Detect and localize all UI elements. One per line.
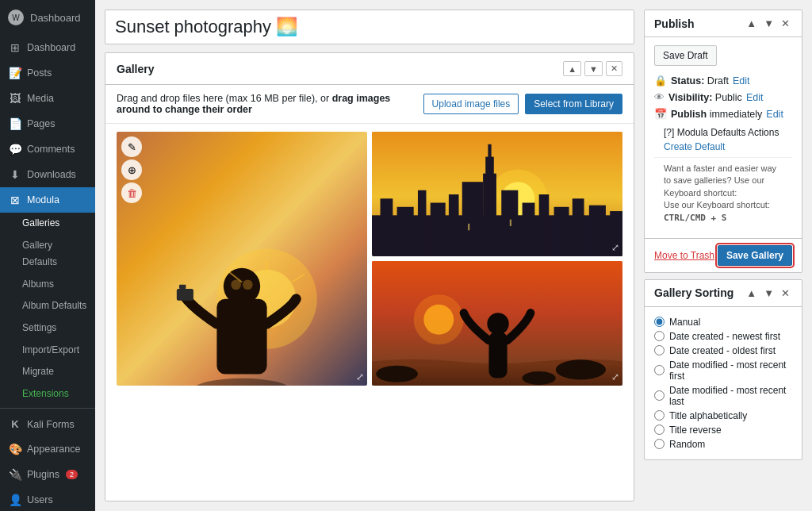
sorting-radio-manual[interactable] <box>654 317 665 327</box>
dashboard-icon: ⊞ <box>8 41 22 54</box>
sidebar-sub-extensions[interactable]: Extensions <box>0 383 95 405</box>
sorting-option-title-reverse: Title reverse <box>654 423 792 437</box>
save-draft-button[interactable]: Save Draft <box>654 45 717 66</box>
sorting-label-title-alpha[interactable]: Title alphabetically <box>669 410 747 421</box>
move-to-trash-button[interactable]: Move to Trash <box>654 250 714 261</box>
publish-panel-footer: Move to Trash Save Gallery <box>645 238 802 272</box>
sorting-label-random[interactable]: Random <box>669 439 705 450</box>
svg-rect-22 <box>483 174 496 256</box>
publish-panel-close-button[interactable]: ✕ <box>779 17 792 30</box>
create-default-link[interactable]: Create Default <box>664 141 783 152</box>
svg-rect-17 <box>397 207 414 256</box>
sidebar-item-comments[interactable]: 💬 Comments <box>0 136 95 162</box>
svg-rect-24 <box>488 144 491 161</box>
gallery-grid: ✎ ⊕ 🗑 ⤢ <box>105 124 634 394</box>
publish-panel-header: Publish ▲ ▼ ✕ <box>645 10 802 37</box>
gallery-title: Gallery <box>117 63 154 75</box>
sorting-label-modified-oldest[interactable]: Date modified - most recent last <box>669 385 792 407</box>
publish-time-edit-link[interactable]: Edit <box>766 109 783 120</box>
sorting-radio-date-oldest[interactable] <box>654 345 665 355</box>
sidebar-item-dashboard[interactable]: ⊞ Dashboard <box>0 35 95 60</box>
sidebar-item-pages[interactable]: 📄 Pages <box>0 111 95 136</box>
page-title-input[interactable] <box>115 17 624 37</box>
sorting-label-title-reverse[interactable]: Title reverse <box>669 425 722 436</box>
sidebar-item-downloads[interactable]: ⬇ Downloads <box>0 162 95 187</box>
publish-panel-up-button[interactable]: ▲ <box>744 17 759 30</box>
sorting-radio-title-alpha[interactable] <box>654 410 665 421</box>
svg-point-2 <box>192 378 292 386</box>
sorting-label-date-oldest[interactable]: Date created - oldest first <box>669 345 776 356</box>
sorting-radio-date-newest[interactable] <box>654 331 665 341</box>
status-edit-link[interactable]: Edit <box>733 75 750 86</box>
sidebar-item-posts[interactable]: 📝 Posts <box>0 60 95 86</box>
sidebar-item-label: Plugins <box>27 469 59 480</box>
svg-line-9 <box>229 272 242 282</box>
select-from-library-button[interactable]: Select from Library <box>525 94 622 114</box>
sidebar-item-media[interactable]: 🖼 Media <box>0 86 95 111</box>
sorting-option-date-oldest: Date created - oldest first <box>654 344 792 358</box>
sorting-panel-close-button[interactable]: ✕ <box>779 286 792 300</box>
sorting-panel-down-button[interactable]: ▼ <box>761 286 776 300</box>
sidebar-sub-migrate[interactable]: Migrate <box>0 361 95 383</box>
sidebar-item-label: Users <box>27 494 53 505</box>
sorting-panel-up-button[interactable]: ▲ <box>744 286 759 300</box>
gallery-close-button[interactable]: ✕ <box>606 61 622 76</box>
sorting-radio-modified-newest[interactable] <box>654 365 665 375</box>
save-gallery-button[interactable]: Save Gallery <box>718 245 792 266</box>
sidebar-sub-gallery-defaults[interactable]: Gallery Defaults <box>0 235 95 274</box>
status-icon: 🔒 <box>654 75 667 86</box>
gallery-item-2[interactable]: ⤢ <box>372 132 622 256</box>
modula-defaults-label: [?] Modula Defaults Actions <box>664 127 779 138</box>
gallery-collapse-up-button[interactable]: ▲ <box>563 61 581 76</box>
visibility-edit-link[interactable]: Edit <box>746 92 764 103</box>
sorting-option-random: Random <box>654 437 792 451</box>
sidebar-item-label: Pages <box>27 118 55 129</box>
sidebar-sub-album-defaults[interactable]: Album Defaults <box>0 295 95 317</box>
gallery-box: Gallery ▲ ▼ ✕ Drag and drop files here (… <box>105 52 634 501</box>
sidebar-item-appearance[interactable]: 🎨 Appearance <box>0 436 95 462</box>
sorting-label-modified-newest[interactable]: Date modified - most recent first <box>669 359 792 382</box>
gallery-item-1[interactable]: ✎ ⊕ 🗑 ⤢ <box>117 132 367 386</box>
gallery-collapse-down-button[interactable]: ▼ <box>584 61 603 76</box>
sidebar-item-label: Downloads <box>27 169 76 180</box>
sidebar-item-plugins[interactable]: 🔌 Plugins 2 <box>0 462 95 487</box>
gallery-image-1 <box>117 132 367 386</box>
sidebar-item-label: Modula <box>27 194 59 206</box>
sidebar-item-label: Dashboard <box>27 42 75 53</box>
sidebar-item-label: Media <box>27 93 54 104</box>
sorting-radio-modified-oldest[interactable] <box>654 390 665 401</box>
sidebar-sub-settings[interactable]: Settings <box>0 317 95 340</box>
gallery-item-1-move-button[interactable]: ⊕ <box>121 159 142 180</box>
page-title-bar <box>105 10 634 44</box>
sorting-radio-random[interactable] <box>654 439 665 449</box>
gallery-image-2 <box>372 132 622 255</box>
status-row: 🔒 Status: Draft Edit <box>654 72 792 89</box>
svg-point-38 <box>556 359 606 379</box>
svg-point-10 <box>231 279 241 290</box>
sorting-option-title-alpha: Title alphabetically <box>654 409 792 423</box>
upload-image-files-button[interactable]: Upload image files <box>423 94 519 114</box>
sorting-label-date-newest[interactable]: Date created - newest first <box>669 331 780 342</box>
svg-point-13 <box>501 182 534 215</box>
gallery-bottom-row <box>105 394 634 402</box>
sidebar-sub-galleries[interactable]: Galleries <box>0 213 95 235</box>
gallery-header: Gallery ▲ ▼ ✕ <box>105 53 634 85</box>
sorting-option-modified-oldest: Date modified - most recent last <box>654 383 792 409</box>
comments-icon: 💬 <box>8 143 22 156</box>
sidebar-item-modula[interactable]: ⊠ Modula <box>0 187 95 213</box>
svg-rect-33 <box>510 220 511 226</box>
gallery-item-3[interactable]: ⤢ <box>372 261 622 386</box>
sorting-radio-title-reverse[interactable] <box>654 425 665 435</box>
publish-panel-down-button[interactable]: ▼ <box>761 17 776 30</box>
gallery-item-1-delete-button[interactable]: 🗑 <box>121 182 142 203</box>
sorting-label-manual[interactable]: Manual <box>669 317 700 328</box>
gallery-item-1-edit-button[interactable]: ✎ <box>121 136 142 157</box>
sidebar-logo[interactable]: W Dashboard <box>0 0 95 35</box>
right-sidebar: Publish ▲ ▼ ✕ Save Draft 🔒 Status: Draft… <box>644 10 802 501</box>
sidebar-item-users[interactable]: 👤 Users <box>0 487 95 511</box>
svg-rect-29 <box>573 198 584 256</box>
sidebar-sub-albums[interactable]: Albums <box>0 274 95 296</box>
sorting-option-modified-newest: Date modified - most recent first <box>654 358 792 383</box>
sidebar-sub-import-export[interactable]: Import/Export <box>0 340 95 362</box>
sidebar-item-kali-forms[interactable]: K Kali Forms <box>0 412 95 436</box>
